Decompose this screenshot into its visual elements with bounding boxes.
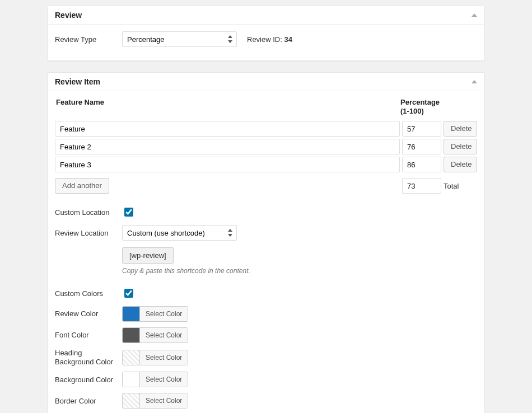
feature-name-input[interactable] xyxy=(55,139,400,154)
bg-color-row: Background Color Select Color xyxy=(55,372,477,387)
custom-colors-checkbox[interactable] xyxy=(124,289,133,298)
review-color-row: Review Color Select Color xyxy=(55,306,477,322)
color-swatch-icon xyxy=(123,393,140,408)
border-color-picker[interactable]: Select Color xyxy=(122,393,188,409)
custom-location-label: Custom Location xyxy=(55,208,122,217)
custom-location-checkbox[interactable] xyxy=(124,208,133,217)
review-item-panel: Review Item Feature Name Percentage (1-1… xyxy=(48,72,484,413)
features-table: Feature Name Percentage (1-100) Delete D… xyxy=(55,98,477,194)
shortcode-box[interactable]: [wp-review] xyxy=(122,247,174,264)
collapse-icon[interactable] xyxy=(472,80,477,83)
review-panel-header[interactable]: Review xyxy=(48,6,484,25)
review-panel: Review Review Type Percentage Review ID:… xyxy=(48,6,484,61)
total-label: Total xyxy=(444,182,477,190)
review-color-label: Review Color xyxy=(55,309,122,318)
font-color-label: Font Color xyxy=(55,331,122,340)
review-panel-title: Review xyxy=(55,11,82,20)
review-item-panel-header[interactable]: Review Item xyxy=(48,73,484,91)
color-swatch-icon xyxy=(123,350,140,365)
total-row: Add another Total xyxy=(55,178,477,194)
heading-bg-color-label: Heading Background Color xyxy=(55,349,122,366)
add-another-button[interactable]: Add another xyxy=(55,178,109,194)
font-color-row: Font Color Select Color xyxy=(55,327,477,343)
features-header: Feature Name Percentage (1-100) xyxy=(55,98,477,121)
feature-row: Delete xyxy=(55,139,477,154)
custom-colors-label: Custom Colors xyxy=(55,289,122,298)
feature-row: Delete xyxy=(55,157,477,172)
select-color-button[interactable]: Select Color xyxy=(140,393,188,408)
shortcode-row: [wp-review] Copy & paste this shortcode … xyxy=(55,247,477,275)
review-id-value: 34 xyxy=(284,35,292,44)
bg-color-picker[interactable]: Select Color xyxy=(122,372,188,387)
review-location-label: Review Location xyxy=(55,229,122,237)
total-input[interactable] xyxy=(402,178,441,194)
review-color-picker[interactable]: Select Color xyxy=(122,306,188,322)
col-percentage: Percentage (1-100) xyxy=(400,98,442,115)
feature-percentage-input[interactable] xyxy=(402,139,441,154)
color-swatch-icon xyxy=(123,328,140,342)
heading-bg-color-picker[interactable]: Select Color xyxy=(122,350,188,365)
review-panel-body: Review Type Percentage Review ID: 34 xyxy=(48,25,484,60)
color-swatch-icon xyxy=(123,372,140,387)
feature-percentage-input[interactable] xyxy=(402,157,441,172)
review-item-panel-body: Feature Name Percentage (1-100) Delete D… xyxy=(48,91,484,413)
custom-colors-row: Custom Colors xyxy=(55,287,477,299)
review-item-panel-title: Review Item xyxy=(55,77,100,86)
shortcode-hint: Copy & paste this shortcode in the conte… xyxy=(122,267,250,275)
select-color-button[interactable]: Select Color xyxy=(140,372,188,387)
border-color-row: Border Color Select Color xyxy=(55,393,477,409)
heading-bg-color-row: Heading Background Color Select Color xyxy=(55,349,477,366)
border-color-label: Border Color xyxy=(55,397,122,406)
review-location-select[interactable]: Custom (use shortcode) xyxy=(122,225,237,241)
select-color-button[interactable]: Select Color xyxy=(140,328,188,342)
font-color-picker[interactable]: Select Color xyxy=(122,327,188,343)
delete-button[interactable]: Delete xyxy=(444,157,477,172)
bg-color-label: Background Color xyxy=(55,376,122,384)
collapse-icon[interactable] xyxy=(472,13,477,17)
select-color-button[interactable]: Select Color xyxy=(140,307,188,321)
delete-button[interactable]: Delete xyxy=(444,121,477,137)
color-swatch-icon xyxy=(123,307,140,321)
review-location-row: Review Location Custom (use shortcode) xyxy=(55,225,477,241)
delete-button[interactable]: Delete xyxy=(444,139,477,154)
select-color-button[interactable]: Select Color xyxy=(140,350,188,365)
review-id-wrap: Review ID: 34 xyxy=(247,35,292,44)
col-feature-name: Feature Name xyxy=(56,98,400,115)
review-type-select[interactable]: Percentage xyxy=(122,31,237,47)
feature-percentage-input[interactable] xyxy=(402,121,441,137)
feature-name-input[interactable] xyxy=(55,121,400,137)
custom-location-row: Custom Location xyxy=(55,206,477,218)
feature-name-input[interactable] xyxy=(55,157,400,172)
feature-row: Delete xyxy=(55,121,477,137)
review-id-label: Review ID: xyxy=(247,35,284,44)
review-type-label: Review Type xyxy=(55,35,122,44)
